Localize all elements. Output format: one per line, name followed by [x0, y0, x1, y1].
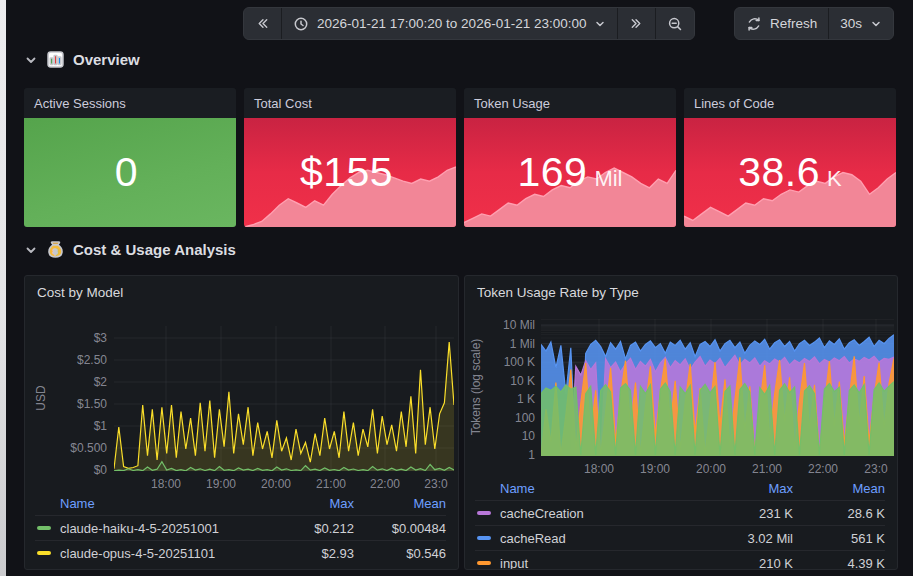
double-chevron-right-icon	[629, 16, 644, 31]
chevron-down-icon	[594, 18, 606, 30]
x-tick-label: 18:00	[584, 462, 614, 476]
stat-body: $155	[244, 118, 456, 227]
stat-panel-token-usage: Token Usage 169Mil	[464, 88, 676, 227]
stat-unit: Mil	[594, 168, 622, 190]
legend-series-mean: 4.39 K	[793, 556, 885, 571]
series-color-swatch	[37, 551, 51, 555]
series-color-swatch	[477, 536, 491, 540]
double-chevron-left-icon	[255, 16, 270, 31]
cost-by-model-chart[interactable]	[114, 326, 454, 471]
legend-row: claude-haiku-4-5-20251001$0.212$0.00484	[35, 515, 446, 540]
stat-number: $155	[300, 152, 393, 193]
stat-panel-title[interactable]: Lines of Code	[684, 88, 896, 118]
legend-series-name[interactable]: input	[500, 556, 715, 571]
legend-series-name[interactable]: cacheRead	[500, 531, 715, 546]
refresh-label: Refresh	[770, 16, 817, 31]
series-color-swatch	[477, 561, 491, 565]
refresh-icon	[746, 16, 762, 32]
stat-unit: K	[827, 168, 842, 190]
refresh-group: Refresh 30s	[734, 7, 894, 40]
y-tick-label: $0	[25, 463, 107, 477]
series-color-swatch	[477, 511, 491, 515]
section-row-overview[interactable]: Overview	[24, 51, 140, 68]
legend-series-mean: $0.546	[354, 546, 446, 561]
y-tick-label: 10 Mil	[465, 318, 535, 332]
token-usage-rate-legend: NameMaxMeancacheCreation231 K28.6 Kcache…	[475, 476, 885, 570]
x-tick-label: 20:00	[696, 462, 726, 476]
x-tick-label: 18:00	[151, 477, 181, 491]
money-bag-emoji-icon: $	[47, 241, 64, 258]
stat-number: 0	[115, 152, 138, 193]
legend-series-max: $2.93	[276, 546, 354, 561]
cost-by-model-legend: NameMaxMeanclaude-haiku-4-5-20251001$0.2…	[35, 491, 446, 565]
series-area-claude-opus-4-5-20251101	[114, 342, 454, 471]
x-tick-label: 21:00	[316, 477, 346, 491]
refresh-interval-dropdown[interactable]: 30s	[828, 8, 893, 39]
x-tick-label: 23:0	[864, 462, 887, 476]
x-tick-label: 20:00	[261, 477, 291, 491]
stat-value: $155	[244, 118, 456, 227]
chevron-down-icon	[870, 18, 882, 30]
legend-header-row: NameMaxMean	[35, 491, 446, 515]
cost-by-model-plot[interactable]	[114, 326, 454, 471]
legend-series-name[interactable]: cacheCreation	[500, 506, 715, 521]
panel-title[interactable]: Token Usage Rate by Type	[465, 276, 897, 308]
legend-row: claude-opus-4-5-20251101$2.93$0.546	[35, 540, 446, 565]
legend-series-name[interactable]: claude-haiku-4-5-20251001	[60, 521, 276, 536]
section-title: Overview	[73, 51, 140, 68]
stat-body: 0	[24, 118, 236, 227]
token-usage-rate-plot[interactable]	[541, 319, 894, 456]
stat-panel-title[interactable]: Total Cost	[244, 88, 456, 118]
series-color-swatch	[37, 526, 51, 530]
time-shift-back-button[interactable]	[244, 8, 281, 39]
y-tick-label: $1	[25, 419, 107, 433]
cost-by-model-panel: Cost by Model NameMaxMeanclaude-haiku-4-…	[24, 275, 459, 570]
stat-panel-active-sessions: Active Sessions 0	[24, 88, 236, 227]
legend-header-max[interactable]: Max	[276, 496, 354, 511]
section-row-cost-usage[interactable]: $ Cost & Usage Analysis	[24, 241, 236, 258]
x-tick-label: 21:00	[752, 462, 782, 476]
legend-header-row: NameMaxMean	[475, 476, 885, 500]
stat-body: 38.6K	[684, 118, 896, 227]
zoom-out-icon	[667, 16, 683, 32]
legend-header-mean[interactable]: Mean	[354, 496, 446, 511]
stat-panel-title[interactable]: Token Usage	[464, 88, 676, 118]
x-tick-label: 22:00	[370, 477, 400, 491]
clock-icon	[293, 16, 309, 32]
legend-header-name[interactable]: Name	[500, 481, 715, 496]
stat-value: 169Mil	[464, 118, 676, 227]
time-shift-forward-button[interactable]	[617, 8, 655, 39]
y-axis-label: Tokens (log scale)	[469, 339, 483, 436]
x-tick-label: 23:0	[424, 477, 447, 491]
stat-body: 169Mil	[464, 118, 676, 227]
legend-series-mean: 561 K	[793, 531, 885, 546]
legend-series-name[interactable]: claude-opus-4-5-20251101	[60, 546, 276, 561]
left-window-edge	[0, 0, 6, 576]
time-range-picker-button[interactable]: 2026-01-21 17:00:20 to 2026-01-21 23:00:…	[281, 8, 617, 39]
legend-header-mean[interactable]: Mean	[793, 481, 885, 496]
legend-series-mean: $0.00484	[354, 521, 446, 536]
stat-panel-total-cost: Total Cost $155	[244, 88, 456, 227]
token-usage-rate-panel: Token Usage Rate by Type NameMaxMeancach…	[464, 275, 898, 570]
legend-header-name[interactable]: Name	[60, 496, 276, 511]
dashboard-toolbar: 2026-01-21 17:00:20 to 2026-01-21 23:00:…	[243, 7, 894, 40]
refresh-button[interactable]: Refresh	[735, 8, 828, 39]
bar-chart-emoji-icon	[47, 51, 64, 68]
zoom-out-time-button[interactable]	[655, 8, 694, 39]
stat-panel-lines-of-code: Lines of Code 38.6K	[684, 88, 896, 227]
x-tick-label: 19:00	[206, 477, 236, 491]
stat-number: 169	[517, 152, 587, 193]
legend-series-max: 3.02 Mil	[715, 531, 793, 546]
refresh-interval-value: 30s	[840, 16, 862, 31]
legend-row: input210 K4.39 K	[475, 550, 885, 570]
panel-title[interactable]: Cost by Model	[25, 276, 458, 308]
legend-row: cacheRead3.02 Mil561 K	[475, 525, 885, 550]
chevron-down-icon	[24, 53, 38, 67]
legend-header-max[interactable]: Max	[715, 481, 793, 496]
token-usage-rate-chart[interactable]	[541, 319, 894, 456]
y-tick-label: 1	[465, 448, 535, 462]
time-nav-group: 2026-01-21 17:00:20 to 2026-01-21 23:00:…	[243, 7, 695, 40]
y-tick-label: $0.500	[25, 441, 107, 455]
stat-number: 38.6	[738, 152, 820, 193]
stat-panel-title[interactable]: Active Sessions	[24, 88, 236, 118]
